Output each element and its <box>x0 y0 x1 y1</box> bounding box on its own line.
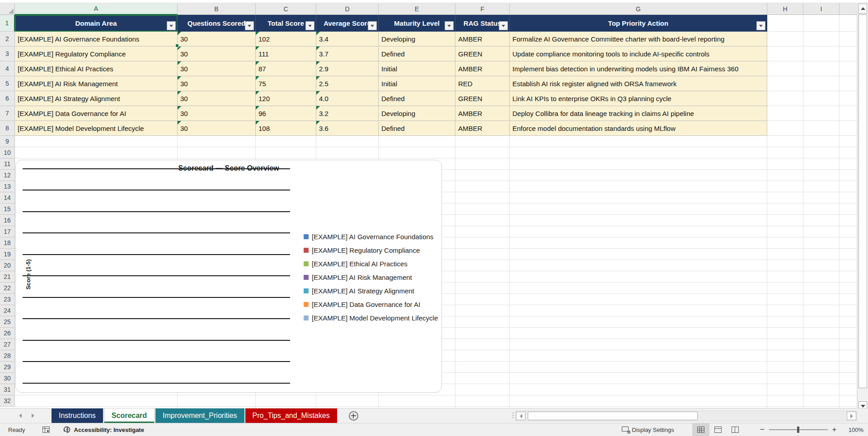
empty-cell[interactable] <box>803 32 840 46</box>
row-header-21[interactable]: 21 <box>0 271 15 283</box>
cell-rag[interactable]: AMBER <box>455 32 510 46</box>
select-all-button[interactable] <box>0 3 15 15</box>
row-header-24[interactable]: 24 <box>0 305 15 316</box>
cell-e1-maturity-level-header[interactable]: Maturity Level <box>379 15 455 32</box>
scroll-right-button[interactable] <box>847 412 856 420</box>
empty-cell[interactable] <box>803 91 840 106</box>
filter-button-domain-area[interactable] <box>167 21 176 30</box>
cell-action[interactable]: Link AI KPIs to enterprise OKRs in Q3 pl… <box>510 91 767 106</box>
new-sheet-button[interactable] <box>349 411 358 421</box>
cell-f1-rag-status-header[interactable]: RAG Status <box>455 15 510 32</box>
column-header-f[interactable]: F <box>455 3 510 15</box>
previous-sheet-button[interactable] <box>15 411 25 421</box>
empty-cell[interactable] <box>840 61 857 76</box>
empty-cell[interactable] <box>803 121 840 136</box>
legend-item[interactable]: [EXAMPLE] AI Governance Foundations <box>304 230 438 243</box>
row-header-13[interactable]: 13 <box>0 181 15 192</box>
cell-total[interactable]: 75 <box>256 76 316 91</box>
filter-button-top-priority-action[interactable] <box>756 21 765 30</box>
row-header-16[interactable]: 16 <box>0 215 15 226</box>
row-header-14[interactable]: 14 <box>0 192 15 204</box>
legend-item[interactable]: [EXAMPLE] Ethical AI Practices <box>304 257 438 270</box>
row-header-3[interactable]: 3 <box>0 46 15 61</box>
cell-rag[interactable]: RED <box>455 76 510 91</box>
cell-domain[interactable]: [EXAMPLE] AI Risk Management <box>15 76 178 91</box>
row-header-7[interactable]: 7 <box>0 106 15 121</box>
horizontal-scrollbar-thumb[interactable] <box>528 412 698 420</box>
cell-i1[interactable] <box>803 15 840 32</box>
macro-record-icon[interactable] <box>42 427 50 433</box>
cell-total[interactable]: 87 <box>256 61 316 76</box>
cell-partial-1[interactable] <box>840 15 857 32</box>
cell-total[interactable]: 102 <box>256 32 316 46</box>
column-header-h[interactable]: H <box>767 3 803 15</box>
legend-item[interactable]: [EXAMPLE] Data Governance for AI <box>304 297 438 311</box>
cell-domain[interactable]: [EXAMPLE] AI Governance Foundations <box>15 32 178 46</box>
cell-maturity[interactable]: Initial <box>379 61 455 76</box>
cell-maturity[interactable]: Initial <box>379 76 455 91</box>
row-header-6[interactable]: 6 <box>0 91 15 106</box>
column-header-b[interactable]: B <box>178 3 256 15</box>
legend-item[interactable]: [EXAMPLE] Regulatory Compliance <box>304 243 438 257</box>
filter-button-average-score[interactable] <box>368 21 377 30</box>
display-settings-button[interactable]: ⚙ Display Settings <box>622 427 674 433</box>
cell-action[interactable]: Enforce model documentation standards us… <box>510 121 767 136</box>
column-header-g[interactable]: G <box>510 3 767 15</box>
vertical-scrollbar-thumb[interactable] <box>859 14 867 388</box>
row-header-23[interactable]: 23 <box>0 294 15 305</box>
cell-action[interactable]: Implement bias detection in underwriting… <box>510 61 767 76</box>
cell-domain[interactable]: [EXAMPLE] Data Governance for AI <box>15 106 178 121</box>
empty-cell[interactable] <box>840 46 857 61</box>
zoom-out-button[interactable]: − <box>760 425 765 434</box>
empty-cell[interactable] <box>767 76 803 91</box>
row-header-18[interactable]: 18 <box>0 237 15 249</box>
cell-total[interactable]: 108 <box>256 121 316 136</box>
selection-fill-handle[interactable] <box>175 44 179 47</box>
column-header-a[interactable]: A <box>15 3 178 15</box>
cell-questions[interactable]: 30 <box>178 61 256 76</box>
horizontal-scrollbar[interactable] <box>515 411 857 421</box>
empty-cell[interactable] <box>803 76 840 91</box>
empty-cell[interactable] <box>803 61 840 76</box>
cell-maturity[interactable]: Defined <box>379 121 455 136</box>
zoom-slider-thumb[interactable] <box>797 427 799 433</box>
row-header-9[interactable]: 9 <box>0 136 15 147</box>
cell-maturity[interactable]: Defined <box>379 46 455 61</box>
empty-cell[interactable] <box>803 46 840 61</box>
vertical-scrollbar[interactable] <box>857 3 868 412</box>
next-sheet-button[interactable] <box>28 411 38 421</box>
scroll-left-button[interactable] <box>516 412 525 420</box>
row-header-29[interactable]: 29 <box>0 362 15 373</box>
column-header-e[interactable]: E <box>379 3 455 15</box>
row-header-22[interactable]: 22 <box>0 283 15 294</box>
cell-action[interactable]: Update compliance monitoring tools to in… <box>510 46 767 61</box>
row-header-11[interactable]: 11 <box>0 158 15 170</box>
row-header-5[interactable]: 5 <box>0 76 15 91</box>
row-header-32[interactable]: 32 <box>0 395 15 407</box>
cell-average[interactable]: 3.6 <box>316 121 379 136</box>
cell-domain[interactable]: [EXAMPLE] AI Strategy Alignment <box>15 91 178 106</box>
sheet-tab-improvement-priorities[interactable]: Improvement_Priorities <box>155 408 244 423</box>
empty-cell[interactable] <box>840 106 857 121</box>
row-header-31[interactable]: 31 <box>0 384 15 395</box>
cell-questions[interactable]: 30 <box>178 46 256 61</box>
empty-cell[interactable] <box>767 32 803 46</box>
cell-average[interactable]: 4.0 <box>316 91 379 106</box>
cell-action[interactable]: Deploy Collibra for data lineage trackin… <box>510 106 767 121</box>
scroll-up-button[interactable] <box>859 4 867 14</box>
row-header-15[interactable]: 15 <box>0 204 15 215</box>
normal-view-button[interactable] <box>692 423 709 436</box>
empty-cell[interactable] <box>840 76 857 91</box>
embedded-chart[interactable]: Scorecard — Score Overview Score (1-5) [… <box>15 160 442 393</box>
page-layout-view-button[interactable] <box>709 423 727 436</box>
cell-a1-domain-area-header[interactable]: Domain Area <box>15 15 178 32</box>
empty-cell[interactable] <box>767 121 803 136</box>
cell-b1-questions-scored-header[interactable]: Questions Scored <box>178 15 256 32</box>
empty-cell[interactable] <box>840 121 857 136</box>
zoom-in-button[interactable]: + <box>832 426 836 434</box>
row-header-30[interactable]: 30 <box>0 373 15 384</box>
cell-maturity[interactable]: Developing <box>379 106 455 121</box>
cell-average[interactable]: 3.7 <box>316 46 379 61</box>
cell-rag[interactable]: AMBER <box>455 61 510 76</box>
cell-rag[interactable]: AMBER <box>455 106 510 121</box>
